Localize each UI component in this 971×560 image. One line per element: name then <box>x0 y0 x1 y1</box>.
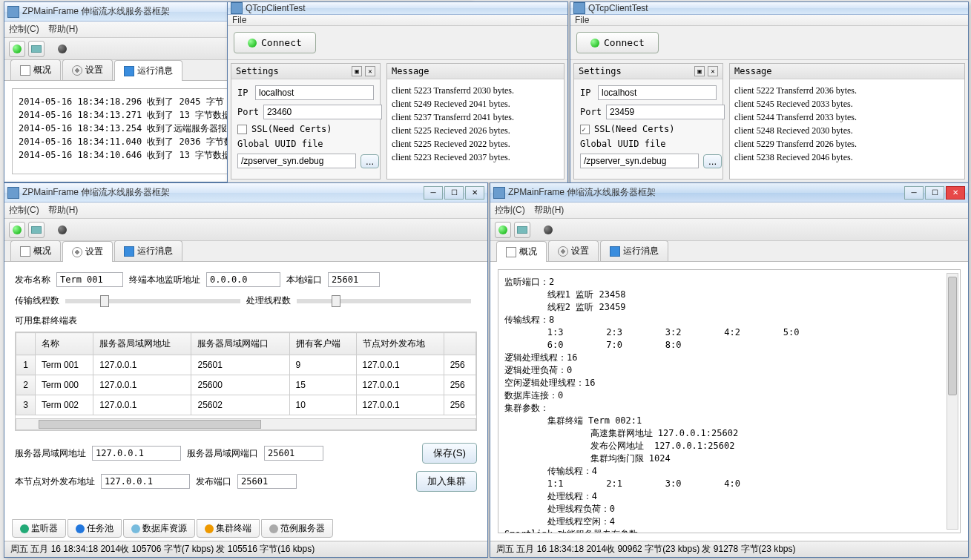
proc-threads-slider[interactable] <box>297 299 472 303</box>
pubname-label: 发布名称 <box>15 274 50 286</box>
minimize-button[interactable]: ─ <box>904 186 924 200</box>
btab-example[interactable]: 范例服务器 <box>261 519 333 538</box>
ssl-checkbox[interactable] <box>237 125 247 134</box>
table-row[interactable]: 3Term 002127.0.0.12560210127.0.0.1256 <box>16 395 476 415</box>
save-button[interactable]: 保存(S) <box>422 443 477 464</box>
tool-start[interactable] <box>495 222 511 238</box>
pubname-input[interactable] <box>56 272 123 287</box>
uuid-path-input[interactable] <box>580 154 699 168</box>
tool-disk[interactable] <box>514 222 530 238</box>
tab-runlog[interactable]: 运行消息 <box>114 240 182 261</box>
table-hscroll[interactable] <box>16 418 476 430</box>
connect-button[interactable]: Connect <box>576 32 659 53</box>
col-name[interactable]: 名称 <box>36 333 93 355</box>
panel-close-button[interactable]: ✕ <box>365 66 375 76</box>
tab-settings[interactable]: 设置 <box>548 240 599 261</box>
titlebar[interactable]: QTcpClientTest <box>228 2 567 15</box>
table-row[interactable]: 2Term 000127.0.0.12560015127.0.0.1256 <box>16 375 476 395</box>
col-rownum[interactable] <box>16 333 36 355</box>
menu-file[interactable]: File <box>575 15 589 25</box>
titlebar[interactable]: ZPMainFrame 伸缩流水线服务器框架 ─ ☐ ✕ <box>490 183 968 202</box>
close-button[interactable]: ✕ <box>946 186 965 200</box>
ip-input[interactable] <box>598 85 717 100</box>
undock-button[interactable]: ▣ <box>352 66 362 76</box>
msg-line: client 5237 Transferrd 2041 bytes. <box>392 111 559 124</box>
col-pubaddr[interactable]: 节点对外发布地 <box>356 333 444 355</box>
disk-icon <box>124 66 134 76</box>
tab-overview[interactable]: 概况 <box>496 241 547 262</box>
gear-icon <box>72 65 82 76</box>
pub-addr-input[interactable] <box>101 474 190 489</box>
ssl-checkbox[interactable] <box>580 125 590 134</box>
btab-cluster[interactable]: 集群终端 <box>197 519 260 538</box>
pub-port-input[interactable] <box>237 474 297 489</box>
tab-settings[interactable]: 设置 <box>62 59 113 80</box>
port-input[interactable] <box>606 105 725 119</box>
pub-port-label: 发布端口 <box>196 475 231 488</box>
maximize-button[interactable]: ☐ <box>444 186 464 200</box>
ip-input[interactable] <box>255 85 374 100</box>
uuid-label: Global UUID file <box>580 139 666 149</box>
listen-input[interactable] <box>206 272 280 287</box>
message-panel: Message client 5223 Transferrd 2030 byte… <box>386 63 565 179</box>
connect-button[interactable]: Connect <box>234 32 316 53</box>
col-lanaddr[interactable]: 服务器局域网地址 <box>93 333 191 355</box>
menu-control[interactable]: 控制(C) <box>9 204 39 217</box>
menu-help[interactable]: 帮助(H) <box>534 204 565 217</box>
titlebar[interactable]: ZPMainFrame 伸缩流水线服务器框架 ─ ☐ ✕ <box>4 183 487 202</box>
btab-listener[interactable]: 监听器 <box>12 519 66 538</box>
tool-start[interactable] <box>9 222 25 238</box>
toolbar <box>4 219 487 241</box>
ip-label: IP <box>580 88 593 98</box>
uuid-path-input[interactable] <box>237 154 356 168</box>
settings-title: Settings <box>579 66 622 76</box>
col-lanport[interactable]: 服务器局域网端口 <box>191 333 289 355</box>
tab-overview[interactable]: 概况 <box>10 240 61 261</box>
join-cluster-button[interactable]: 加入集群 <box>416 471 477 492</box>
localport-label: 本地端口 <box>286 274 322 286</box>
tool-disk[interactable] <box>28 41 45 57</box>
app-icon <box>7 187 19 199</box>
btab-dbres[interactable]: 数据库资源 <box>123 519 195 538</box>
titlebar[interactable]: QTcpClientTest <box>570 2 968 15</box>
disk-icon <box>124 246 134 257</box>
ip-label: IP <box>237 88 251 98</box>
menu-control[interactable]: 控制(C) <box>495 204 525 217</box>
lan-addr-input[interactable] <box>92 446 181 461</box>
tab-settings[interactable]: 设置 <box>62 241 113 262</box>
menu-help[interactable]: 帮助(H) <box>48 23 79 36</box>
maximize-button[interactable]: ☐ <box>925 186 944 200</box>
tab-overview[interactable]: 概况 <box>10 59 61 80</box>
window-title: ZPMainFrame 伸缩流水线服务器框架 <box>22 186 424 199</box>
msg-line: client 5245 Recieved 2033 bytes. <box>734 97 960 111</box>
tab-runlog[interactable]: 运行消息 <box>114 60 182 81</box>
browse-button[interactable]: ... <box>361 154 379 168</box>
trans-threads-slider[interactable] <box>65 299 240 303</box>
port-input[interactable] <box>263 105 382 119</box>
close-button[interactable]: ✕ <box>465 186 484 200</box>
browse-button[interactable]: ... <box>703 154 722 168</box>
menu-help[interactable]: 帮助(H) <box>48 204 79 217</box>
table-row[interactable]: 1Term 001127.0.0.1256019127.0.0.1256 <box>16 355 476 375</box>
pub-addr-label: 本节点对外发布地址 <box>15 475 95 488</box>
settings-title: Settings <box>236 66 279 76</box>
tab-runlog[interactable]: 运行消息 <box>600 240 668 261</box>
vscroll[interactable] <box>947 273 958 530</box>
minimize-button[interactable]: ─ <box>424 186 443 200</box>
lan-port-input[interactable] <box>264 446 323 461</box>
status-text: 周五 五月 16 18:34:18 2014收 90962 字节(23 kbps… <box>496 543 796 556</box>
menu-control[interactable]: 控制(C) <box>9 23 39 36</box>
doc-icon <box>20 246 30 257</box>
panel-close-button[interactable]: ✕ <box>708 66 718 76</box>
col-clients[interactable]: 拥有客户端 <box>289 333 356 355</box>
btab-taskpool[interactable]: 任务池 <box>68 519 122 538</box>
col-extra[interactable] <box>444 333 475 355</box>
port-label: Port <box>237 107 259 117</box>
tool-start[interactable] <box>9 41 25 57</box>
menu-file[interactable]: File <box>232 15 246 25</box>
localport-input[interactable] <box>328 272 380 287</box>
undock-button[interactable]: ▣ <box>694 66 705 76</box>
tool-disk[interactable] <box>28 222 45 238</box>
app-icon <box>493 187 505 199</box>
status-led <box>58 225 67 234</box>
